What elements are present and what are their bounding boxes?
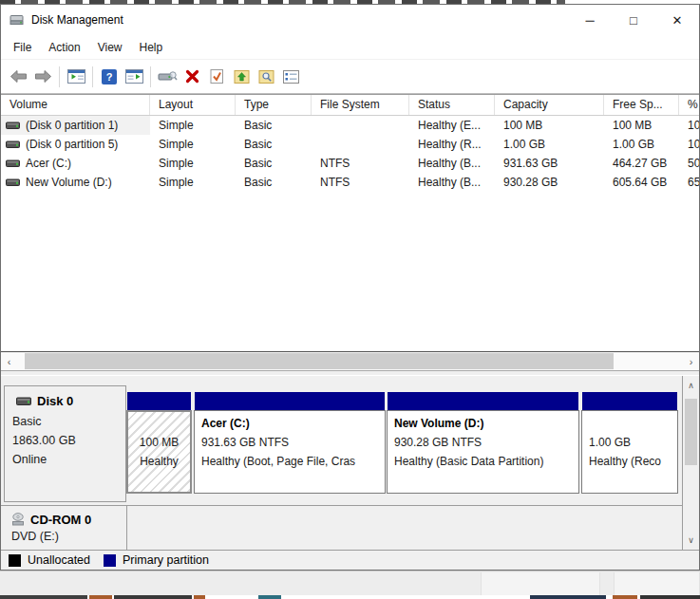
volume-name: Acer (C:) (26, 154, 71, 173)
cell-free-space: 100 MB (604, 116, 679, 135)
partition-size: 1.00 GB (589, 433, 675, 452)
titlebar: Disk Management ─ □ ✕ (1, 5, 699, 35)
cell-type: Basic (236, 154, 312, 173)
forward-icon[interactable] (30, 65, 55, 89)
disk-management-window: Disk Management ─ □ ✕ File Action View H… (0, 4, 700, 571)
scroll-right-icon[interactable]: › (683, 352, 699, 370)
column-header-capacity[interactable]: Capacity (495, 95, 604, 115)
graphical-view-pane: Disk 0 Basic 1863.00 GB Online 100 MB He… (1, 376, 699, 550)
cdrom-icon (11, 513, 26, 527)
vertical-scroll-thumb[interactable] (685, 399, 697, 465)
screen: Disk Management ─ □ ✕ File Action View H… (0, 0, 700, 599)
partition-status: Healthy (Reco (589, 452, 675, 471)
disk0-name: Disk 0 (37, 394, 73, 408)
cell-status: Healthy (B... (409, 173, 495, 192)
minimize-icon[interactable]: ─ (568, 5, 612, 35)
cell-volume: New Volume (D:) (1, 173, 150, 192)
window-title: Disk Management (31, 13, 123, 27)
menubar: File Action View Help (1, 35, 699, 60)
disk0-type: Basic (12, 412, 125, 431)
column-header-layout[interactable]: Layout (150, 95, 236, 115)
partition-color-bar (127, 392, 191, 410)
volume-name: (Disk 0 partition 5) (26, 135, 118, 154)
column-header-status[interactable]: Status (409, 95, 495, 115)
partition-status: Healthy (Boot, Page File, Cras (201, 452, 383, 471)
rescan-disks-icon[interactable] (155, 65, 180, 89)
partition-color-bar (388, 392, 578, 410)
menu-action[interactable]: Action (40, 37, 88, 58)
cell-type: Basic (236, 135, 312, 154)
cell-volume: (Disk 0 partition 1) (1, 116, 150, 135)
table-row[interactable]: (Disk 0 partition 1) Simple Basic Health… (1, 116, 699, 135)
column-header-volume[interactable]: Volume (1, 95, 150, 115)
check-status-icon[interactable] (204, 65, 229, 89)
partition-status: Healthy (140, 452, 179, 471)
cell-capacity: 1.00 GB (495, 135, 604, 154)
hdd-icon (6, 159, 20, 168)
table-row[interactable]: (Disk 0 partition 5) Simple Basic Health… (1, 135, 699, 154)
scroll-down-icon[interactable]: ∨ (683, 533, 699, 548)
background-taskbar-strip (0, 571, 700, 595)
delete-icon[interactable] (180, 65, 204, 89)
menu-file[interactable]: File (5, 37, 40, 58)
menu-help[interactable]: Help (131, 37, 172, 58)
partition-system-100mb[interactable]: 100 MB Healthy (126, 385, 192, 502)
legend-primary-partition-label: Primary partition (123, 553, 209, 567)
disk0-label-box[interactable]: Disk 0 Basic 1863.00 GB Online (4, 385, 126, 502)
table-row[interactable]: Acer (C:) Simple Basic NTFS Healthy (B..… (1, 154, 699, 173)
cell-status: Healthy (R... (409, 135, 495, 154)
hdd-icon (16, 397, 31, 406)
column-header-file-system[interactable]: File System (312, 95, 409, 115)
column-header-free-space[interactable]: Free Sp... (604, 95, 679, 115)
folder-up-icon[interactable] (229, 65, 254, 89)
disk0-size: 1863.00 GB (12, 431, 125, 450)
partition-size: 930.28 GB NTFS (394, 433, 577, 452)
cell-percent: 10 (679, 135, 699, 154)
horizontal-scroll-thumb[interactable] (25, 353, 614, 369)
partition-body: New Volume (D:) 930.28 GB NTFS Healthy (… (387, 410, 579, 494)
close-icon[interactable]: ✕ (655, 5, 699, 35)
show-console-tree-icon[interactable] (64, 65, 88, 89)
partition-recovery-1gb[interactable]: 1.00 GB Healthy (Reco (581, 385, 678, 502)
column-header-percent[interactable]: % (679, 95, 699, 115)
cell-layout: Simple (150, 116, 236, 135)
cdrom-label-box[interactable]: CD-ROM 0 DVD (E:) (4, 506, 127, 550)
cell-file-system: NTFS (312, 173, 409, 192)
cell-type: Basic (236, 116, 312, 135)
cell-free-space: 464.27 GB (604, 154, 679, 173)
cell-free-space: 1.00 GB (604, 135, 679, 154)
unallocated-swatch (9, 554, 21, 567)
partition-new-volume-d[interactable]: New Volume (D:) 930.28 GB NTFS Healthy (… (387, 385, 579, 502)
table-row[interactable]: New Volume (D:) Simple Basic NTFS Health… (1, 173, 699, 192)
toolbar-separator (59, 66, 60, 87)
volume-list-header: Volume Layout Type File System Status Ca… (1, 95, 699, 116)
column-header-type[interactable]: Type (236, 95, 312, 115)
cell-layout: Simple (150, 135, 236, 154)
maximize-icon[interactable]: □ (612, 5, 655, 35)
scroll-left-icon[interactable]: ‹ (1, 352, 17, 370)
horizontal-scroll-track[interactable] (17, 352, 683, 370)
cell-capacity: 931.63 GB (495, 154, 604, 173)
back-icon[interactable] (6, 65, 30, 89)
folder-search-icon[interactable] (254, 65, 278, 89)
window-controls: ─ □ ✕ (568, 5, 699, 35)
menu-view[interactable]: View (89, 37, 131, 58)
cell-capacity: 930.28 GB (495, 173, 604, 192)
cell-type: Basic (236, 173, 312, 192)
partition-size: 931.63 GB NTFS (201, 433, 383, 452)
scroll-up-icon[interactable]: ∧ (683, 378, 699, 393)
cdrom-name: CD-ROM 0 (30, 513, 91, 527)
volume-list-pane: Volume Layout Type File System Status Ca… (1, 94, 699, 370)
toolbar-separator (150, 66, 151, 87)
cell-percent: 10 (679, 116, 699, 135)
partition-acer-c[interactable]: Acer (C:) 931.63 GB NTFS Healthy (Boot, … (194, 385, 386, 502)
background-block (481, 572, 600, 595)
toolbar: ? (1, 60, 699, 94)
legend-unallocated-label: Unallocated (28, 553, 90, 567)
cell-percent: 65 (679, 173, 699, 192)
show-action-pane-icon[interactable] (122, 65, 146, 89)
help-icon[interactable]: ? (97, 65, 122, 89)
partition-body: Acer (C:) 931.63 GB NTFS Healthy (Boot, … (194, 410, 386, 494)
disk0-status: Online (12, 450, 125, 469)
view-options-icon[interactable] (278, 65, 303, 89)
